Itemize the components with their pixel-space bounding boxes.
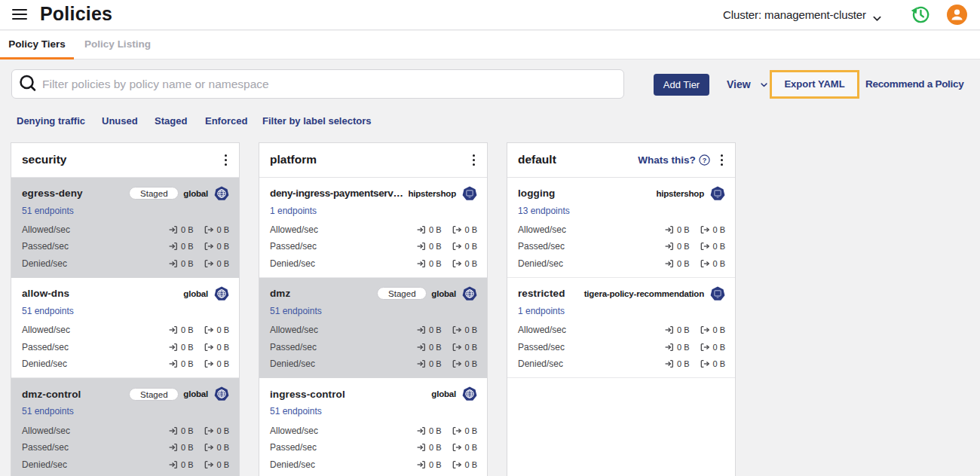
svg-text:?: ? (702, 156, 706, 163)
